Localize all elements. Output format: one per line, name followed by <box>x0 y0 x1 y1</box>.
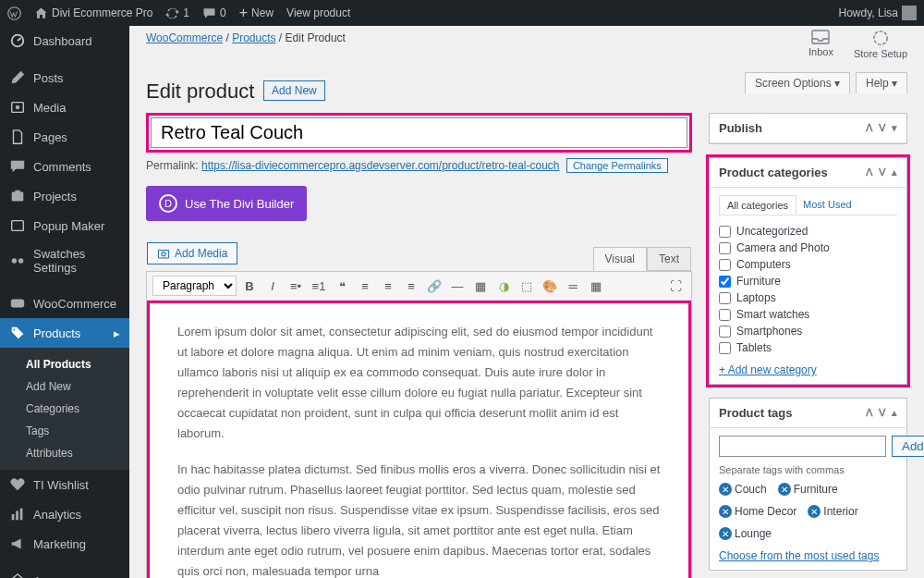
tags-box: Product tagsᐱᐯ▴ Add Separate tags with c… <box>709 398 907 571</box>
move-down-icon[interactable]: ᐯ <box>879 166 886 178</box>
toolbar-toggle-button[interactable]: ▦ <box>470 276 491 296</box>
move-up-icon[interactable]: ᐱ <box>866 166 873 178</box>
tag-couch[interactable]: ✕Couch <box>719 483 767 496</box>
sidebar-item-comments[interactable]: Comments <box>0 152 129 181</box>
remove-tag-icon[interactable]: ✕ <box>778 483 791 496</box>
remove-tag-icon[interactable]: ✕ <box>719 527 732 540</box>
more-button[interactable]: — <box>447 276 468 296</box>
inbox-button[interactable]: Inbox <box>808 30 833 57</box>
breadcrumb-current: Edit Product <box>286 31 346 44</box>
submenu-attributes[interactable]: Attributes <box>11 442 129 464</box>
tag-lounge[interactable]: ✕Lounge <box>719 527 772 540</box>
link-button[interactable]: 🔗 <box>424 276 444 296</box>
breadcrumb-woocommerce[interactable]: WooCommerce <box>146 31 223 44</box>
toggle-icon[interactable]: ▴ <box>892 407 897 419</box>
shortcode-button[interactable]: ◑ <box>493 276 514 296</box>
sidebar-item-media[interactable]: Media <box>0 92 129 122</box>
numbered-list-button[interactable]: ≡1 <box>309 276 329 296</box>
comments-link[interactable]: 0 <box>202 6 226 20</box>
tag-home-decor[interactable]: ✕Home Decor <box>719 505 796 518</box>
insert-button[interactable]: ⬚ <box>517 276 537 296</box>
site-name-link[interactable]: Divi Ecommerce Pro <box>34 6 152 20</box>
add-new-category-link[interactable]: + Add new category <box>719 363 817 376</box>
tag-furniture[interactable]: ✕Furniture <box>778 483 838 496</box>
new-content-link[interactable]: +New <box>239 5 274 21</box>
tags-title: Product tags <box>719 406 792 420</box>
help-tab[interactable]: Help ▾ <box>856 72 907 93</box>
italic-button[interactable]: I <box>262 276 283 296</box>
fullscreen-button[interactable]: ⛶ <box>665 276 686 296</box>
category-checkbox-laptops[interactable]: Laptops <box>719 289 897 306</box>
hr-button[interactable]: ═ <box>563 276 583 296</box>
wp-logo[interactable] <box>7 6 21 20</box>
toggle-icon[interactable]: ▴ <box>892 166 897 178</box>
cat-tab-all[interactable]: All categories <box>719 195 796 215</box>
move-up-icon[interactable]: ᐱ <box>866 407 873 419</box>
svg-rect-17 <box>158 251 168 258</box>
submenu-categories[interactable]: Categories <box>11 398 129 420</box>
submenu-add-new[interactable]: Add New <box>11 375 129 398</box>
sidebar-item-wishlist[interactable]: TI Wishlist <box>0 470 129 499</box>
remove-tag-icon[interactable]: ✕ <box>719 505 732 518</box>
editor-toolbar: Paragraph B I ≡• ≡1 ❝ ≡ ≡ ≡ 🔗 — ▦ ◑ ⬚ 🎨 … <box>147 272 691 301</box>
sidebar-item-marketing[interactable]: Marketing <box>0 529 129 559</box>
tag-interior[interactable]: ✕Interior <box>808 505 857 518</box>
add-new-button[interactable]: Add New <box>263 80 325 101</box>
svg-point-3 <box>16 105 20 110</box>
align-right-button[interactable]: ≡ <box>401 276 421 296</box>
sidebar-item-posts[interactable]: Posts <box>0 63 129 92</box>
align-left-button[interactable]: ≡ <box>355 276 375 296</box>
category-checkbox-uncategorized[interactable]: Uncategorized <box>719 223 897 240</box>
breadcrumb: WooCommerce / Products / Edit Product <box>146 31 907 44</box>
sidebar-item-pages[interactable]: Pages <box>0 122 129 152</box>
align-center-button[interactable]: ≡ <box>378 276 398 296</box>
add-tag-button[interactable]: Add <box>892 436 924 457</box>
sidebar-item-popup[interactable]: Popup Maker <box>0 211 129 240</box>
breadcrumb-products[interactable]: Products <box>232 31 275 44</box>
category-checkbox-computers[interactable]: Computers <box>719 256 897 273</box>
submenu-tags[interactable]: Tags <box>11 420 129 442</box>
category-checkbox-furniture[interactable]: Furniture <box>719 273 897 289</box>
sidebar-item-dashboard[interactable]: Dashboard <box>0 26 129 55</box>
sidebar-item-products[interactable]: Products▸ <box>0 318 129 348</box>
move-up-icon[interactable]: ᐱ <box>866 122 873 134</box>
editor-tab-text[interactable]: Text <box>647 247 691 271</box>
table-button[interactable]: ▦ <box>586 276 606 296</box>
my-account-link[interactable]: Howdy, Lisa <box>839 6 917 20</box>
blockquote-button[interactable]: ❝ <box>332 276 352 296</box>
screen-options-tab[interactable]: Screen Options ▾ <box>745 72 850 93</box>
category-checkbox-smart-watches[interactable]: Smart watches <box>719 306 897 323</box>
product-title-input[interactable] <box>151 117 687 148</box>
cat-tab-most-used[interactable]: Most Used <box>796 195 859 215</box>
bold-button[interactable]: B <box>239 276 260 296</box>
sidebar-item-swatches[interactable]: Swatches Settings <box>0 240 129 281</box>
divi-builder-button[interactable]: D Use The Divi Builder <box>146 186 307 221</box>
remove-tag-icon[interactable]: ✕ <box>719 483 732 496</box>
sidebar-item-projects[interactable]: Projects <box>0 181 129 211</box>
format-select[interactable]: Paragraph <box>152 276 237 296</box>
category-checkbox-camera-and-photo[interactable]: Camera and Photo <box>719 240 897 256</box>
editor-tab-visual[interactable]: Visual <box>593 247 647 271</box>
sidebar-item-woocommerce[interactable]: WooCommerce <box>0 289 129 318</box>
updates-link[interactable]: 1 <box>165 6 189 20</box>
sidebar-item-appearance[interactable]: Appearance <box>0 566 129 578</box>
submenu-all-products[interactable]: All Products <box>11 353 129 375</box>
svg-point-0 <box>8 6 21 19</box>
store-setup-button[interactable]: Store Setup <box>854 30 907 59</box>
tag-input[interactable] <box>719 436 886 457</box>
color-button[interactable]: 🎨 <box>540 276 560 296</box>
sidebar-item-analytics[interactable]: Analytics <box>0 499 129 529</box>
editor-body[interactable]: Lorem ipsum dolor sit amet, consectetur … <box>147 301 691 578</box>
view-product-link[interactable]: View product <box>286 6 350 19</box>
category-checkbox-tablets[interactable]: Tablets <box>719 339 897 356</box>
add-media-button[interactable]: Add Media <box>147 242 237 264</box>
choose-tags-link[interactable]: Choose from the most used tags <box>719 549 897 562</box>
remove-tag-icon[interactable]: ✕ <box>808 505 821 518</box>
bullet-list-button[interactable]: ≡• <box>286 276 306 296</box>
move-down-icon[interactable]: ᐯ <box>879 407 886 419</box>
change-permalinks-button[interactable]: Change Permalinks <box>566 158 668 173</box>
move-down-icon[interactable]: ᐯ <box>879 122 886 134</box>
permalink-link[interactable]: https://lisa-diviecommercepro.agsdevserv… <box>201 159 560 172</box>
toggle-icon[interactable]: ▾ <box>892 122 897 134</box>
category-checkbox-smartphones[interactable]: Smartphones <box>719 323 897 339</box>
